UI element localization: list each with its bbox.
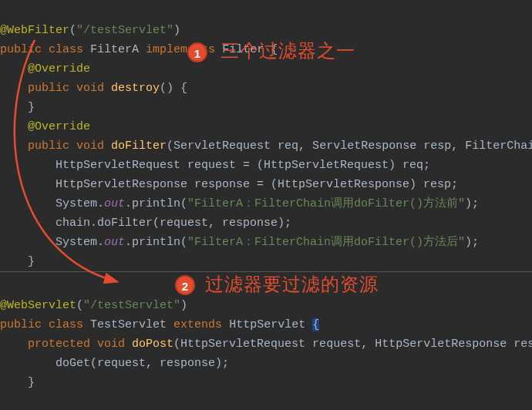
code-line: @Override [0,120,90,133]
annotation-text-1: 三个过滤器之一 [221,42,355,61]
annotation-text-2: 过滤器要过滤的资源 [205,275,379,294]
code-line: } [0,101,35,114]
code-line: HttpServletResponse response = (HttpServ… [0,178,458,191]
code-line: System.out.println("FilterA：FilterChain调… [0,197,479,210]
code-line: } [0,376,35,389]
code-line: System.out.println("FilterA：FilterChain调… [0,236,479,249]
code-line: @WebServlet("/testServlet") [0,299,187,312]
code-line: protected void doPost(HttpServletRequest… [0,338,532,351]
code-line: doGet(request, response); [0,357,229,370]
code-line: public void destroy() { [0,82,187,95]
code-line: @Override [0,62,90,76]
code-line: public class TestServlet extends HttpSer… [0,318,319,331]
annotation-badge-2: 2 [175,275,195,295]
code-line [0,395,7,408]
code-line: chain.doFilter(request, response); [0,217,291,230]
annotation-badge-1: 1 [187,42,207,62]
code-line: public void doFilter(ServletRequest req,… [0,139,532,153]
code-line: } [0,255,35,268]
code-line: HttpServletRequest request = (HttpServle… [0,159,430,172]
code-line: @WebFilter("/testServlet") [0,24,180,37]
